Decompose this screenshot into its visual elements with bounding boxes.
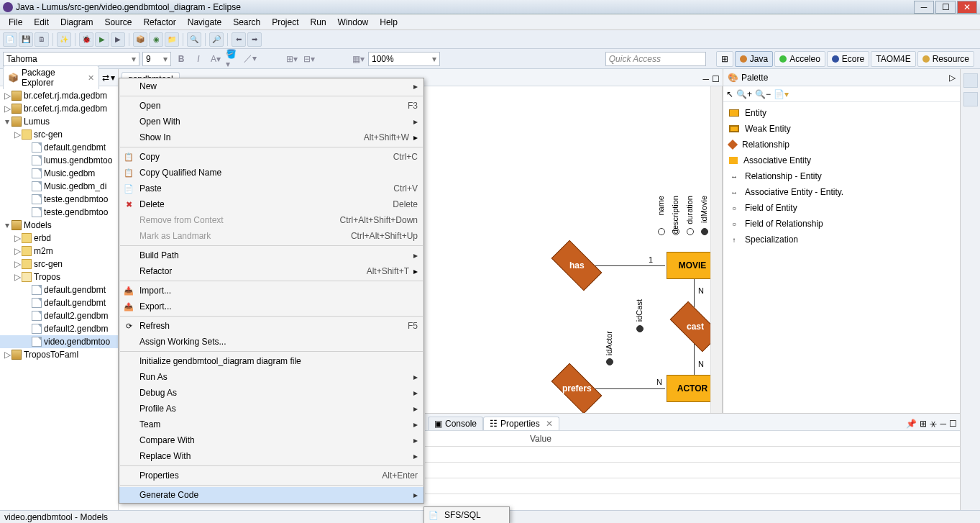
- palette-item-specialization[interactable]: ↑Specialization: [723, 232, 960, 247]
- minimize-button[interactable]: ─: [914, 1, 934, 14]
- ctx-generate-code[interactable]: Generate Code▸: [119, 487, 423, 503]
- new-icon[interactable]: 📄: [3, 32, 17, 47]
- menu-search[interactable]: Search: [227, 16, 266, 29]
- palette-item-relationship[interactable]: Relationship: [723, 137, 960, 153]
- ctx-refresh[interactable]: ⟳RefreshF5: [119, 318, 423, 334]
- wand-icon[interactable]: ✨: [57, 32, 71, 47]
- run-icon[interactable]: ▶: [95, 32, 109, 47]
- bold-icon[interactable]: B: [174, 52, 188, 66]
- arrange-icon[interactable]: ⊟▾: [302, 52, 316, 66]
- pin-icon[interactable]: 📌: [906, 419, 917, 429]
- close-button[interactable]: ✕: [957, 1, 977, 14]
- console-tab[interactable]: ▣Console: [428, 417, 483, 430]
- palette-item-weak-entity[interactable]: Weak Entity: [723, 121, 960, 137]
- ctx-export[interactable]: 📤Export...: [119, 299, 423, 314]
- close-tab-icon[interactable]: ✕: [88, 73, 94, 83]
- debug-icon[interactable]: 🐞: [79, 32, 93, 47]
- perspective-java[interactable]: Java: [735, 51, 773, 67]
- ctx-import[interactable]: 📥Import...: [119, 283, 423, 299]
- ctx-copy-qualified[interactable]: 📋Copy Qualified Name: [119, 165, 423, 181]
- menu-window[interactable]: Window: [332, 16, 375, 29]
- ctx-init-diagram[interactable]: Initialize gendbmtool_diagram diagram fi…: [119, 353, 423, 369]
- properties-grid[interactable]: Value: [425, 431, 960, 510]
- ctx-debug-as[interactable]: Debug As▸: [119, 385, 423, 401]
- relationship-has[interactable]: has: [551, 240, 603, 291]
- open-perspective-button[interactable]: ⊞: [716, 51, 733, 67]
- ctx-remove-context[interactable]: Remove from ContextCtrl+Alt+Shift+Down: [119, 212, 423, 228]
- palette-item-assoc-entity[interactable]: Associative Entity: [723, 153, 960, 168]
- perspective-taom4e[interactable]: TAOM4E: [871, 51, 915, 67]
- back-icon[interactable]: ⬅: [232, 32, 246, 47]
- ctx-build-path[interactable]: Build Path▸: [119, 247, 423, 263]
- quick-access-input[interactable]: Quick Access: [605, 52, 706, 66]
- class-icon[interactable]: ◉: [149, 32, 163, 47]
- outline-icon[interactable]: [963, 73, 978, 88]
- attribute-dot[interactable]: [658, 228, 665, 235]
- maximize-button[interactable]: ☐: [935, 1, 956, 14]
- submenu-sfs-sql[interactable]: 📄SFS/SQL: [424, 507, 509, 523]
- attribute-dot[interactable]: [687, 228, 694, 235]
- ctx-compare-with[interactable]: Compare With▸: [119, 432, 423, 448]
- ctx-refactor[interactable]: RefactorAlt+Shift+T▸: [119, 263, 423, 279]
- filter-icon[interactable]: ⚹: [930, 419, 937, 429]
- zoom-out-icon[interactable]: 🔍−: [755, 89, 771, 99]
- palette-item-rel-entity[interactable]: ↔Relationship - Entity: [723, 168, 960, 184]
- ctx-assign-working-sets[interactable]: Assign Working Sets...: [119, 334, 423, 350]
- ctx-profile-as[interactable]: Profile As▸: [119, 401, 423, 417]
- chevron-right-icon[interactable]: ▷: [949, 73, 956, 83]
- save-icon[interactable]: 💾: [19, 32, 33, 47]
- ctx-team[interactable]: Team▸: [119, 417, 423, 432]
- ctx-properties[interactable]: PropertiesAlt+Enter: [119, 468, 423, 483]
- ctx-delete[interactable]: ✖DeleteDelete: [119, 196, 423, 212]
- palette-item-field-entity[interactable]: ○Field of Entity: [723, 200, 960, 216]
- palette-item-entity[interactable]: Entity: [723, 105, 960, 121]
- menu-run[interactable]: Run: [305, 16, 332, 29]
- zoom-select[interactable]: 100%▾: [368, 52, 440, 66]
- fillcolor-icon[interactable]: 🪣▾: [226, 52, 240, 66]
- attribute-key-dot[interactable]: [606, 358, 613, 365]
- ctx-copy[interactable]: 📋CopyCtrl+C: [119, 149, 423, 165]
- minimize-icon[interactable]: ─: [702, 74, 709, 84]
- tasks-icon[interactable]: [963, 92, 978, 106]
- ctx-show-in[interactable]: Show InAlt+Shift+W▸: [119, 129, 423, 145]
- linecolor-icon[interactable]: ／▾: [243, 52, 257, 66]
- ctx-open-with[interactable]: Open With▸: [119, 114, 423, 129]
- palette-item-field-relationship[interactable]: ○Field of Relationship: [723, 216, 960, 232]
- ctx-replace-with[interactable]: Replace With▸: [119, 448, 423, 464]
- zoom-in-icon[interactable]: 🔍+: [736, 89, 752, 99]
- maximize-icon[interactable]: ☐: [712, 74, 720, 84]
- package-tree[interactable]: ▷br.cefet.rj.mda.gedbm ▷br.cefet.rj.mda.…: [0, 86, 118, 510]
- menu-navigate[interactable]: Navigate: [182, 16, 227, 29]
- align-icon[interactable]: ⊞▾: [285, 52, 299, 66]
- size-select[interactable]: 9▾: [142, 52, 171, 66]
- menu-source[interactable]: Source: [99, 16, 137, 29]
- select-tool-icon[interactable]: ↖: [726, 89, 733, 99]
- palette-item-assoc-entity-entity[interactable]: ↔Associative Entity - Entity.: [723, 184, 960, 200]
- opentype-icon[interactable]: 🔍: [187, 32, 201, 47]
- ctx-mark-landmark[interactable]: Mark as LandmarkCtrl+Alt+Shift+Up: [119, 228, 423, 244]
- perspective-ecore[interactable]: Ecore: [827, 51, 869, 67]
- folder-icon[interactable]: 📁: [165, 32, 179, 47]
- perspective-acceleo[interactable]: Acceleo: [774, 51, 825, 67]
- search-icon[interactable]: 🔎: [209, 32, 224, 47]
- forward-icon[interactable]: ➡: [247, 32, 262, 47]
- perspective-resource[interactable]: Resource: [917, 51, 974, 67]
- note-icon[interactable]: 📄▾: [774, 89, 789, 99]
- ctx-paste[interactable]: 📄PasteCtrl+V: [119, 181, 423, 196]
- italic-icon[interactable]: I: [191, 52, 206, 66]
- min-icon[interactable]: ─: [940, 419, 946, 429]
- saveall-icon[interactable]: 🗎: [35, 32, 49, 47]
- categories-icon[interactable]: ⊞: [920, 419, 927, 429]
- properties-tab[interactable]: ☷Properties✕: [483, 417, 559, 430]
- menu-edit[interactable]: Edit: [28, 16, 55, 29]
- font-select[interactable]: Tahoma▾: [3, 52, 139, 66]
- menu-diagram[interactable]: Diagram: [55, 16, 99, 29]
- close-tab-icon[interactable]: ✕: [546, 419, 553, 429]
- fontcolor-icon[interactable]: A▾: [209, 52, 223, 66]
- ctx-new[interactable]: New▸: [119, 78, 423, 94]
- ctx-open[interactable]: OpenF3: [119, 98, 423, 114]
- menu-file[interactable]: File: [3, 16, 28, 29]
- attribute-key-dot[interactable]: [636, 325, 644, 332]
- ctx-run-as[interactable]: Run As▸: [119, 369, 423, 385]
- link-editor-icon[interactable]: ⇄: [102, 73, 109, 83]
